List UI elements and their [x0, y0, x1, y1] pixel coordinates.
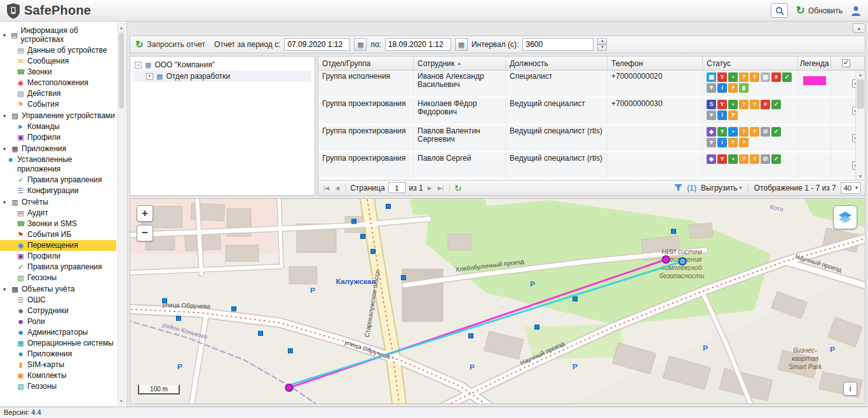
track-end-marker-cyan [679, 258, 686, 265]
gps-point [386, 204, 391, 208]
sidebar-item-device-data[interactable]: ▤Данные об устройстве [0, 45, 116, 56]
collapse-panel-button[interactable]: ▴ [853, 24, 865, 33]
table-row[interactable]: Группа проектирования Павлов Сергей Веду… [318, 152, 865, 180]
sort-asc-icon: ▲ [457, 61, 461, 65]
sidebar-item-profiles[interactable]: ▣Профили [0, 132, 116, 143]
expand-node-icon[interactable]: + [146, 73, 153, 80]
collapse-node-icon[interactable]: − [135, 62, 142, 69]
first-page-button[interactable]: |◀ [322, 185, 330, 191]
apps-grid-icon: ▦ [707, 72, 716, 82]
zoom-in-button[interactable]: + [137, 205, 153, 222]
sidebar-section-header-reports[interactable]: ▾ ▥ Отчёты [0, 196, 116, 208]
column-header-legend[interactable]: Легенда [798, 57, 831, 70]
sidebar-section-header-objects[interactable]: ▾ ▩ Объекты учёта [0, 283, 116, 295]
scrollbar-thumb[interactable] [119, 32, 124, 109]
sidebar-item-messages[interactable]: ✉Сообщения [0, 56, 116, 67]
scroll-down-icon[interactable]: ▼ [118, 397, 125, 405]
scroll-down-icon[interactable]: ▼ [856, 172, 865, 180]
item-label: Операционные системы [27, 339, 114, 348]
sidebar-item-employees[interactable]: ☻Сотрудники [0, 306, 116, 316]
envelope-icon: ✉ [17, 57, 25, 66]
search-button[interactable] [771, 3, 788, 18]
column-header-group[interactable]: Отдел/Группа [318, 57, 414, 70]
org-tree-child[interactable]: + ▦ Отдел разработки [133, 71, 311, 82]
sidebar-item-report-geozones[interactable]: ▧Геозоны [0, 273, 116, 283]
sidebar-item-object-apps[interactable]: ■Приложения [0, 349, 116, 360]
calendar-icon[interactable]: ▦ [354, 38, 367, 51]
parking-icon: P [470, 363, 475, 372]
table-row[interactable]: Группа проектирования Павлов Валентин Се… [318, 125, 865, 152]
table-row[interactable]: Группа проектирования Николаев Фёдор Фед… [318, 98, 865, 125]
sidebar-item-locations[interactable]: ◉Местоположения [0, 78, 116, 88]
zoom-out-button[interactable]: − [137, 225, 153, 241]
info-status-icon: i [717, 138, 727, 147]
sidebar-item-sim-cards[interactable]: ▮SIM-карты [0, 360, 116, 370]
refresh-grid-icon[interactable]: ↻ [454, 183, 462, 193]
column-header-status[interactable]: Статус [703, 57, 798, 70]
calendar-icon[interactable]: ▦ [455, 38, 468, 51]
user-icon[interactable] [850, 5, 862, 17]
sidebar-item-roles[interactable]: ☻Роли [0, 316, 116, 327]
sidebar-item-operating-systems[interactable]: ▦Операционные системы [0, 338, 116, 349]
stepper-down-icon[interactable]: ▼ [597, 44, 607, 51]
page-number-input[interactable] [388, 182, 406, 193]
export-button[interactable]: Выгрузить ▾ [701, 184, 742, 192]
grid-alert-icon: # [771, 72, 781, 82]
sidebar-item-calls-sms[interactable]: ☎Звонки и SMS [0, 219, 116, 229]
select-all-checkbox[interactable] [842, 59, 850, 67]
scroll-up-icon[interactable]: ▲ [856, 71, 865, 78]
sidebar-item-events[interactable]: ⚑События [0, 99, 116, 110]
prev-page-button[interactable]: ◀ [334, 185, 341, 191]
request-report-button[interactable]: Запросить отчет [147, 40, 205, 49]
sidebar-item-actions[interactable]: ▨Действия [0, 88, 116, 99]
sidebar-section-header-applications[interactable]: ▾ ▦ Приложения [0, 143, 116, 154]
page-size-select[interactable]: 40 ▾ [841, 182, 861, 194]
caret-icon: ▾ [3, 287, 8, 292]
date-to-input[interactable] [385, 38, 451, 51]
map-layers-button[interactable] [833, 205, 857, 229]
next-page-button[interactable]: ▶ [426, 185, 433, 191]
sidebar-section-header-device-info[interactable]: ▾ ▤ Информация об устройствах [0, 25, 116, 45]
sidebar-item-report-profiles[interactable]: ▣Профили [0, 251, 116, 262]
grid-scrollbar[interactable]: ▲ ▼ [855, 71, 865, 180]
date-from-input[interactable] [284, 38, 350, 51]
sidebar-item-audit[interactable]: ▤Аудит [0, 208, 116, 219]
sidebar-item-report-rules[interactable]: ✓Правила управления [0, 262, 116, 273]
sidebar-item-administrators[interactable]: ☻Администраторы [0, 327, 116, 338]
stepper-up-icon[interactable]: ▲ [597, 38, 607, 44]
sidebar-item-commands[interactable]: ►Команды [0, 121, 116, 132]
column-header-phone[interactable]: Телефон [607, 57, 703, 70]
filter-icon[interactable] [674, 184, 682, 192]
column-header-position[interactable]: Должность [506, 57, 607, 70]
cell-employee: Николаев Фёдор Федорович [414, 98, 506, 124]
interval-input[interactable] [522, 38, 593, 51]
sidebar-item-security-events[interactable]: ⚑События ИБ [0, 229, 116, 240]
section-label: Управление устройствами [22, 111, 115, 120]
sidebar-item-movements[interactable]: ◉Перемещения [0, 240, 116, 251]
sidebar-scrollbar[interactable]: ▲ ▼ [118, 23, 125, 405]
org-tree-root[interactable]: − ▦ ООО "Компания" [133, 59, 311, 71]
last-page-button[interactable]: ▶| [437, 185, 445, 191]
profile-icon: ▣ [17, 133, 25, 142]
sidebar-section-objects: ▾ ▩ Объекты учёта ☰ОШС ☻Сотрудники ☻Роли… [0, 283, 116, 392]
sidebar-item-management-rules[interactable]: ✓Правила управления [0, 175, 116, 185]
sidebar-item-calls[interactable]: ☎Звонки [0, 67, 116, 78]
table-row[interactable]: Группа исполнения Иванов Александр Васил… [318, 71, 865, 98]
scrollbar-thumb[interactable] [857, 79, 864, 109]
sidebar-item-installed-apps[interactable]: ■Установленные приложения [0, 154, 116, 175]
column-header-employee[interactable]: Сотрудник▲ [414, 57, 506, 70]
sidebar-item-configurations[interactable]: ☰Конфигурации [0, 185, 116, 196]
poi-label-line: бизнес- [794, 347, 817, 354]
scroll-up-icon[interactable]: ▲ [118, 24, 125, 31]
map[interactable]: Старокалужское шоссе улица Обручева улиц… [130, 198, 865, 404]
sidebar-item-geozones[interactable]: ▧Геозоны [0, 381, 116, 392]
sidebar-item-oshs[interactable]: ☰ОШС [0, 295, 116, 306]
cell-status: ◆Y▪??Ø✓▼i?? [703, 125, 798, 151]
map-info-button[interactable]: i [843, 382, 857, 396]
request-report-icon[interactable]: ↻ [135, 39, 144, 50]
page-size-value: 40 [844, 184, 851, 192]
refresh-button[interactable]: ↻ Обновить [796, 6, 843, 16]
sidebar-section-header-device-management[interactable]: ▾ ▨ Управление устройствами [0, 110, 116, 121]
poi-label-line: квартал [792, 355, 818, 362]
sidebar-item-kits[interactable]: ▣Комплекты [0, 370, 116, 381]
